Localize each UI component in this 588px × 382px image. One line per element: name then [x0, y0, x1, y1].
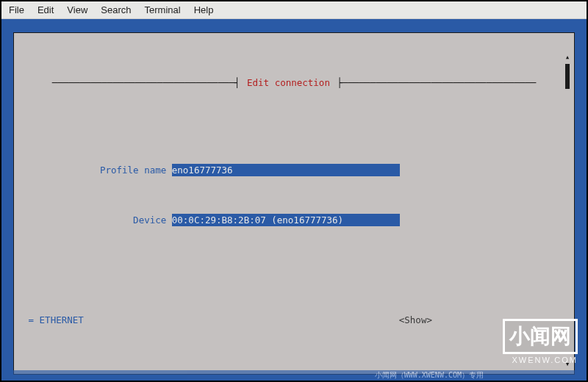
- device-label: Device: [78, 214, 166, 226]
- scroll-down-icon[interactable]: ▾: [564, 361, 571, 368]
- scroll-up-icon[interactable]: ▴: [564, 54, 571, 61]
- profile-name-label: Profile name: [78, 164, 166, 176]
- menu-view[interactable]: View: [67, 4, 87, 15]
- terminal: ─────────────────────────────────┤ Edit …: [1, 19, 587, 381]
- menu-terminal[interactable]: Terminal: [145, 4, 181, 15]
- menubar: File Edit View Search Terminal Help: [1, 1, 587, 19]
- ethernet-show-button[interactable]: <Show>: [399, 314, 432, 325]
- ethernet-heading: ETHERNET: [40, 314, 84, 325]
- dialog-title-row: ─────────────────────────────────┤ Edit …: [23, 76, 565, 89]
- scroll-thumb[interactable]: [565, 64, 570, 89]
- ethernet-row: = ETHERNET <Show>: [23, 314, 565, 326]
- menu-search[interactable]: Search: [101, 4, 131, 15]
- menu-file[interactable]: File: [9, 4, 24, 15]
- device-row: Device 00:0C:29:B8:2B:07 (eno16777736): [23, 214, 565, 226]
- menu-help[interactable]: Help: [194, 4, 214, 15]
- profile-name-row: Profile name eno16777736________________…: [23, 164, 565, 176]
- footer-watermark-bar: 小闻网（WWW.XWENW.COM）专用: [1, 370, 587, 381]
- scrollbar[interactable]: ▴ ▾: [564, 54, 571, 368]
- device-input[interactable]: 00:0C:29:B8:2B:07 (eno16777736): [172, 214, 400, 226]
- profile-name-input[interactable]: eno16777736____________________________: [172, 164, 400, 176]
- menu-edit[interactable]: Edit: [37, 4, 54, 15]
- dialog-title: Edit connection: [245, 77, 331, 88]
- edit-connection-dialog: ─────────────────────────────────┤ Edit …: [13, 32, 575, 375]
